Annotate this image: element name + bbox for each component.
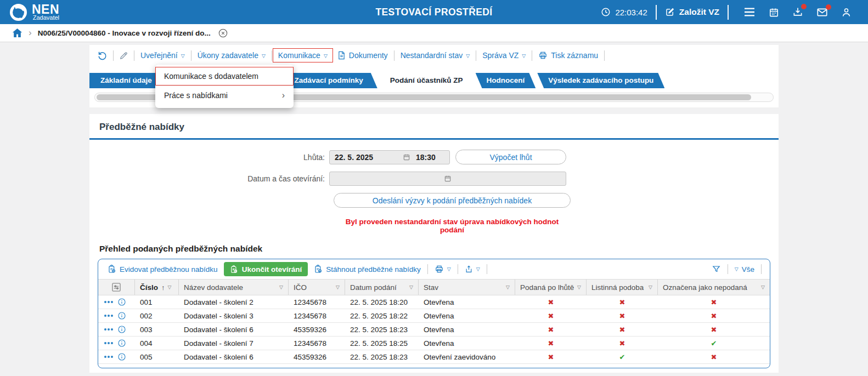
calendar-small-icon[interactable] bbox=[403, 153, 410, 161]
info-icon[interactable] bbox=[117, 325, 126, 334]
info-icon[interactable] bbox=[117, 298, 126, 306]
clock-time: 22:03:42 bbox=[615, 8, 647, 17]
vypocet-lhut-button[interactable]: Výpočet lhůt bbox=[455, 150, 566, 164]
dropdown-arrow-icon: ▽ bbox=[324, 53, 328, 59]
cell-datum: 22. 5. 2025 18:25 bbox=[345, 339, 419, 347]
environment-title: TESTOVACÍ PROSTŘEDÍ bbox=[375, 7, 492, 18]
menu-item-prace-s-nabidkami[interactable]: Práce s nabídkami › bbox=[155, 86, 294, 105]
row-actions-icon[interactable] bbox=[104, 356, 113, 358]
menu-button[interactable] bbox=[743, 7, 756, 17]
column-header-cislo[interactable]: Číslo ↑ ▽ bbox=[135, 280, 179, 295]
calendar-small-icon[interactable] bbox=[444, 175, 452, 183]
cross-icon: ✖ bbox=[587, 298, 658, 306]
column-filter-icon[interactable]: ▽ bbox=[506, 284, 510, 290]
history-back-button[interactable] bbox=[93, 50, 112, 61]
column-filter-icon[interactable]: ▽ bbox=[577, 284, 581, 290]
evidovat-nabidku-button[interactable]: Evidovat předběžnou nabídku bbox=[104, 265, 222, 274]
table-row[interactable]: 004 Dodavatel - školení 7 12345678 22. 5… bbox=[98, 337, 770, 350]
record-toolbar-band: Uveřejnění ▽ Úkony zadavatele ▽ Komunika… bbox=[89, 45, 779, 107]
dropdown-arrow-icon: ▽ bbox=[181, 53, 185, 59]
table-row[interactable]: 001 Dodavatel - školení 2 12345678 22. 5… bbox=[98, 295, 770, 309]
table-row[interactable]: 005 Dodavatel - školení 6 45359326 22. 5… bbox=[98, 350, 770, 364]
cross-icon: ✖ bbox=[515, 326, 587, 334]
edit-record-button[interactable] bbox=[115, 51, 133, 60]
cross-icon: ✖ bbox=[658, 298, 770, 306]
tab-vysledek-zadavaciho-postupu[interactable]: Výsledek zadávacího postupu bbox=[537, 73, 664, 88]
downloads-button[interactable] bbox=[792, 7, 803, 18]
info-icon[interactable] bbox=[117, 311, 126, 320]
column-header-nepodana[interactable]: Označena jako nepodaná ▽ bbox=[658, 280, 770, 295]
column-filter-icon[interactable]: ▽ bbox=[649, 284, 652, 290]
column-header-ico[interactable]: IČO ▽ bbox=[289, 280, 345, 295]
oteviranie-datetime-field[interactable] bbox=[329, 172, 566, 186]
cell-dodavatel: Dodavatel - školení 2 bbox=[179, 298, 289, 306]
clipboard-download-icon bbox=[314, 265, 323, 274]
create-vz-button[interactable]: Založit VZ bbox=[665, 7, 719, 17]
divider bbox=[487, 264, 487, 274]
row-actions-icon[interactable] bbox=[104, 301, 113, 303]
calendar-button[interactable] bbox=[769, 7, 779, 18]
column-header-datum-podani[interactable]: Datum podání ▽ bbox=[345, 280, 419, 295]
close-record-icon[interactable] bbox=[218, 28, 228, 38]
menu-komunikace[interactable]: Komunikace ▽ bbox=[273, 49, 332, 62]
column-header-dodavatel[interactable]: Název dodavatele ▽ bbox=[179, 280, 289, 295]
ukoncit-oteviranii-button[interactable]: Ukončit otevírání bbox=[224, 262, 308, 276]
table-row[interactable]: 002 Dodavatel - školení 3 12345678 22. 5… bbox=[98, 309, 770, 323]
column-filter-icon[interactable]: ▽ bbox=[409, 284, 413, 290]
menu-dokumenty[interactable]: Dokumenty bbox=[332, 49, 393, 62]
cross-icon: ✖ bbox=[658, 353, 770, 361]
menu-item-komunikace-s-dodavatelem[interactable]: Komunikace s dodavatelem bbox=[155, 67, 294, 86]
lhuta-date-value[interactable]: 22. 5. 2025 bbox=[335, 153, 403, 162]
table-toolbar: Evidovat předběžnou nabídku Ukončit otev… bbox=[98, 259, 770, 279]
menu-uverejneni[interactable]: Uveřejnění ▽ bbox=[136, 49, 190, 62]
row-actions-icon[interactable] bbox=[104, 328, 113, 331]
messages-button[interactable] bbox=[816, 7, 828, 18]
print-record-button[interactable]: Tisk záznamu bbox=[533, 49, 603, 62]
column-header-listinna[interactable]: Listinná podoba ▽ bbox=[587, 280, 658, 295]
create-vz-label: Založit VZ bbox=[679, 7, 719, 17]
clipboard-check-icon bbox=[230, 265, 238, 274]
menu-sprava-vz[interactable]: Správa VZ ▽ bbox=[477, 49, 531, 62]
row-actions-icon[interactable] bbox=[104, 342, 113, 344]
user-icon bbox=[841, 7, 852, 18]
lhuta-datetime-field[interactable]: 22. 5. 2025 18:30 bbox=[329, 150, 450, 164]
column-filter-icon[interactable]: ▽ bbox=[336, 284, 340, 290]
home-icon[interactable] bbox=[12, 28, 22, 38]
row-actions-icon[interactable] bbox=[104, 315, 113, 317]
tab-zakladni-udaje[interactable]: Základní údaje bbox=[89, 73, 163, 88]
sort-asc-icon: ↑ bbox=[161, 283, 165, 292]
column-header-po-lhute[interactable]: Podaná po lhůtě ▽ bbox=[515, 280, 587, 295]
cell-datum: 22. 5. 2025 18:22 bbox=[345, 312, 419, 320]
breadcrumb-record[interactable]: N006/25/V00004860 - Inovace v rozvoji ří… bbox=[38, 29, 211, 37]
filter-button[interactable] bbox=[708, 265, 725, 274]
column-filter-icon[interactable]: ▽ bbox=[761, 284, 765, 290]
column-settings-button[interactable] bbox=[98, 280, 135, 295]
column-filter-icon[interactable]: ▽ bbox=[168, 284, 172, 290]
tab-hodnoceni[interactable]: Hodnocení bbox=[476, 73, 536, 88]
info-icon[interactable] bbox=[117, 339, 126, 347]
divider bbox=[728, 264, 728, 274]
cross-icon: ✖ bbox=[515, 312, 587, 320]
view-selector-vse[interactable]: ▽ Vše bbox=[731, 265, 758, 274]
odeslani-vyzvy-button[interactable]: Odeslání výzvy k podání předběžných nabí… bbox=[334, 193, 571, 208]
cross-icon: ✖ bbox=[658, 312, 770, 320]
dropdown-arrow-icon: ▽ bbox=[447, 266, 451, 272]
profile-button[interactable] bbox=[841, 7, 852, 18]
app-name: NEN bbox=[32, 4, 59, 15]
divider bbox=[394, 50, 394, 61]
nen-logo[interactable]: NEN Zadavatel bbox=[10, 4, 59, 21]
cell-cislo: 003 bbox=[135, 326, 179, 334]
stahnout-nabidky-button[interactable]: Stáhnout předběžné nabídky bbox=[310, 265, 425, 274]
menu-nestandardni-stav[interactable]: Nestandardní stav ▽ bbox=[396, 49, 475, 62]
cell-stav: Otevřena bbox=[419, 312, 515, 320]
export-table-button[interactable]: ▽ bbox=[461, 265, 484, 274]
table-row[interactable]: 003 Dodavatel - školení 6 45359326 22. 5… bbox=[98, 323, 770, 337]
lhuta-time-value[interactable]: 18:30 bbox=[416, 153, 444, 162]
info-icon[interactable] bbox=[117, 352, 126, 361]
column-header-stav[interactable]: Stav ▽ bbox=[419, 280, 515, 295]
menu-ukony-zadavatele[interactable]: Úkony zadavatele ▽ bbox=[193, 49, 270, 62]
bids-table: Evidovat předběžnou nabídku Ukončit otev… bbox=[98, 259, 770, 368]
print-table-button[interactable]: ▽ bbox=[431, 265, 455, 274]
column-filter-icon[interactable]: ▽ bbox=[279, 284, 283, 290]
tab-podani-ucastniku-zp[interactable]: Podání účastníků ZP bbox=[379, 73, 474, 88]
